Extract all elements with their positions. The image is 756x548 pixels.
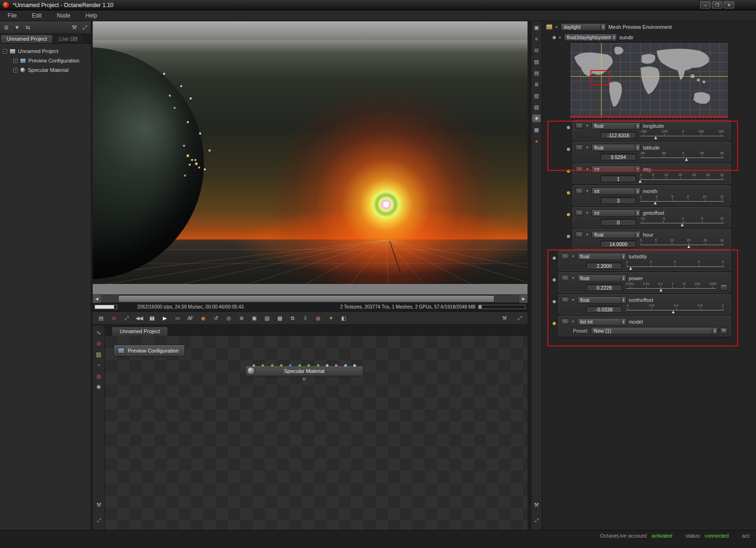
- graph-settings-wrench-icon[interactable]: ⚒: [93, 502, 105, 508]
- collapse-arrow-icon[interactable]: ▼: [558, 36, 562, 39]
- maximize-button[interactable]: ❐: [712, 1, 722, 9]
- param-slider-longitude[interactable]: -180-1000100180: [640, 129, 724, 141]
- param-type-power[interactable]: float ▲▼: [577, 274, 626, 282]
- edit-preset-icon[interactable]: ✎: [720, 327, 728, 334]
- node-graph-canvas[interactable]: Preview Configuration Specular Material: [105, 336, 527, 530]
- scroll-left-icon[interactable]: ◀: [93, 295, 101, 303]
- preset-dropdown[interactable]: New (1) ▲▼: [591, 327, 718, 335]
- collapse-arrow-icon[interactable]: ▼: [571, 255, 575, 258]
- param-slider-turbidity[interactable]: 23456: [626, 260, 724, 271]
- spinner-icon[interactable]: ▲▼: [621, 253, 626, 260]
- collapse-arrow-icon[interactable]: ▼: [571, 298, 575, 301]
- scroll-right-icon[interactable]: ▶: [519, 295, 527, 303]
- material-pin-7[interactable]: [316, 364, 320, 367]
- param-type-northoffset[interactable]: float ▲▼: [577, 296, 626, 304]
- param-type-latitude[interactable]: float ▲▼: [591, 144, 641, 151]
- node-pin-turbidity[interactable]: [553, 256, 556, 260]
- start-render-icon[interactable]: ▶: [160, 314, 169, 322]
- tree-item-specular-material[interactable]: + Specular Material: [0, 65, 91, 75]
- inspector-wrench-icon[interactable]: ⚒: [531, 502, 542, 508]
- node-pin-power[interactable]: [553, 278, 556, 282]
- sundir-type-dropdown[interactable]: float3daylightsystem ▲▼: [564, 34, 617, 41]
- node-graph-button[interactable]: ∿: [575, 144, 583, 150]
- spinner-icon[interactable]: ▲▼: [635, 210, 640, 216]
- node-graph-button[interactable]: ∿: [575, 123, 583, 129]
- param-type-month[interactable]: int ▲▼: [591, 187, 641, 195]
- preview-configuration-node[interactable]: Preview Configuration: [114, 345, 185, 356]
- collapse-arrow-icon[interactable]: ▼: [586, 233, 589, 236]
- align-icon[interactable]: ⊟: [532, 46, 541, 54]
- torus-preview-icon[interactable]: ◍: [96, 373, 101, 380]
- collapse-arrow-icon[interactable]: ▼: [586, 189, 589, 193]
- tree-root-row[interactable]: − Unnamed Project: [0, 46, 91, 56]
- collapse-arrow-icon[interactable]: ▼: [586, 146, 589, 149]
- spinner-icon[interactable]: ▲▼: [635, 144, 640, 151]
- param-slider-northoffset[interactable]: -1-0.50.00.51: [626, 303, 724, 315]
- lock-view-icon[interactable]: ◧: [339, 314, 348, 322]
- slider-thumb[interactable]: [687, 245, 690, 248]
- collapse-arrow-icon[interactable]: ▼: [571, 276, 575, 280]
- param-type-day[interactable]: int ▲▼: [591, 166, 641, 173]
- node-gear-icon[interactable]: ✱: [96, 384, 101, 390]
- spinner-icon[interactable]: ▲▼: [621, 318, 626, 325]
- collapse-arrow-icon[interactable]: ▼: [571, 320, 575, 323]
- material-pin-10[interactable]: [344, 364, 347, 367]
- material-pin-11[interactable]: [353, 364, 356, 367]
- kernel-icon[interactable]: ≣: [532, 80, 541, 88]
- spinner-icon[interactable]: ▲▼: [712, 327, 717, 334]
- sun-study-icon[interactable]: ✶: [326, 314, 335, 322]
- param-slider-power[interactable]: 0.0010.010.11101001000: [626, 282, 716, 293]
- tab-live-db[interactable]: Live DB: [53, 35, 84, 43]
- material-pin-6[interactable]: [307, 364, 310, 367]
- fit-viewport-icon[interactable]: ⤢: [122, 314, 131, 322]
- collapse-arrow-icon[interactable]: ▼: [586, 168, 589, 171]
- visible-environment-icon[interactable]: ▦: [532, 126, 541, 133]
- param-value-month[interactable]: 3: [600, 197, 636, 204]
- param-value-latitude[interactable]: 9.5294: [600, 153, 636, 160]
- film-settings-icon[interactable]: ▤: [532, 69, 541, 77]
- delete-node-icon[interactable]: ⊘: [96, 340, 101, 347]
- render-viewport[interactable]: [93, 21, 527, 294]
- slider-thumb[interactable]: [654, 136, 657, 139]
- response-curve-icon[interactable]: ⌒: [720, 284, 728, 291]
- slider-thumb[interactable]: [629, 267, 632, 270]
- node-graph-button[interactable]: ∿: [561, 275, 569, 281]
- liquid-drop-icon[interactable]: ●: [532, 137, 541, 145]
- stop-render-icon[interactable]: ⊘: [109, 314, 118, 322]
- node-graph-button[interactable]: ∿: [575, 166, 583, 172]
- fullscreen-icon[interactable]: ⤢: [515, 314, 524, 322]
- expand-panel-icon[interactable]: ⤢: [82, 24, 87, 31]
- node-pin-latitude[interactable]: [567, 148, 570, 151]
- reset-camera-icon[interactable]: ↺: [211, 314, 220, 322]
- import-export-icon[interactable]: ⇆: [26, 24, 30, 31]
- inspector-expand-icon[interactable]: ⤢: [531, 517, 542, 523]
- spinner-icon[interactable]: ▲▼: [600, 24, 606, 30]
- menu-node[interactable]: Node: [49, 12, 78, 19]
- pause-render-icon[interactable]: ▮▮: [148, 314, 156, 322]
- environment-type-dropdown[interactable]: daylight ▲▼: [561, 23, 606, 31]
- material-output-pin[interactable]: [303, 378, 306, 380]
- restart-render-icon[interactable]: ◀◀: [135, 314, 143, 322]
- export-image-icon[interactable]: ⇩: [301, 314, 309, 322]
- param-value-power[interactable]: 0.2228: [586, 284, 622, 291]
- param-value-northoffset[interactable]: -0.0338: [586, 306, 622, 313]
- param-slider-month[interactable]: 14681012: [640, 194, 724, 206]
- node-pin-northoffset[interactable]: [553, 300, 556, 303]
- color-picker-icon[interactable]: ◉: [199, 314, 207, 322]
- slider-thumb[interactable]: [672, 310, 675, 313]
- node-list-icon[interactable]: ≣: [4, 24, 9, 31]
- copy-image-icon[interactable]: ⧉: [288, 314, 297, 322]
- image-node-icon[interactable]: ▨: [96, 351, 101, 358]
- camera-target-icon[interactable]: ⊕: [237, 314, 246, 322]
- focus-picker-icon[interactable]: ◎: [224, 314, 233, 322]
- render-settings-wrench-icon[interactable]: ⚒: [500, 314, 509, 322]
- node-graph-button[interactable]: ∿: [561, 253, 569, 259]
- param-type-gmtoffset[interactable]: int ▲▼: [591, 209, 641, 217]
- param-type-model[interactable]: list int ▲▼: [577, 318, 626, 326]
- link-tool-icon[interactable]: ∿: [96, 329, 101, 336]
- checker-background-icon[interactable]: ▩: [275, 314, 284, 322]
- slider-thumb[interactable]: [681, 223, 684, 226]
- param-value-day[interactable]: 1: [600, 175, 636, 182]
- node-pin-model[interactable]: [553, 322, 556, 325]
- alpha-mode-icon[interactable]: ▨: [263, 314, 271, 322]
